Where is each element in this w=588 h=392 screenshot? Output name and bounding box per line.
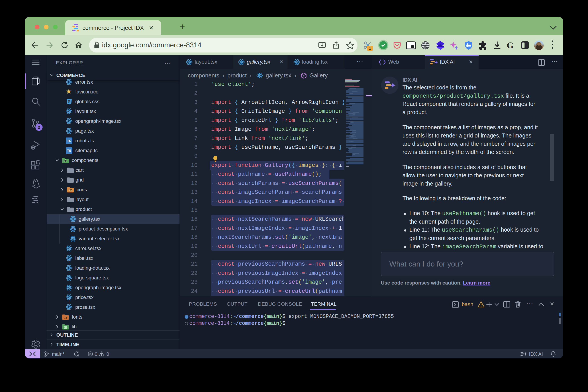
svg-text:Tт: Tт: [64, 316, 68, 319]
